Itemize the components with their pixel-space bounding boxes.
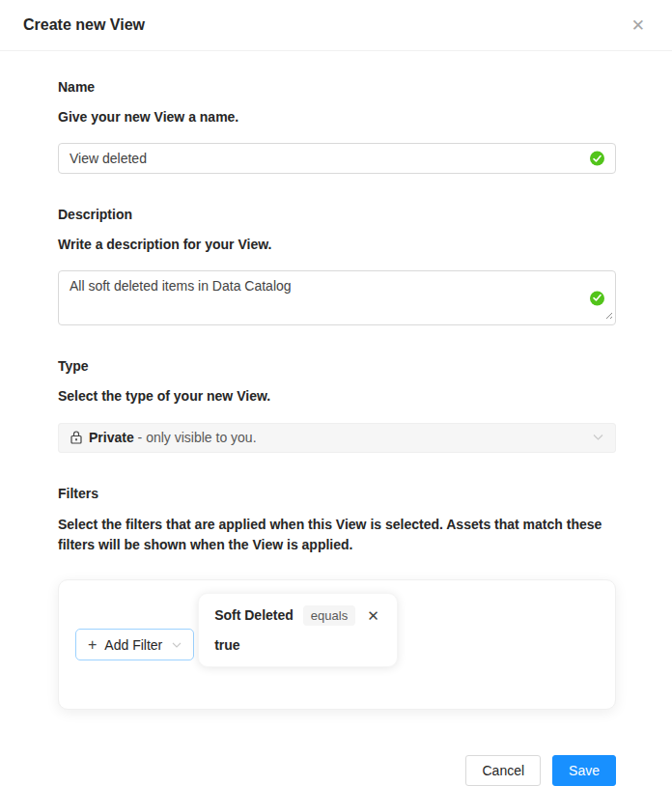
type-helper: Select the type of your new View. [58,387,616,405]
add-filter-button[interactable]: + Add Filter [75,629,194,660]
resize-handle[interactable] [605,307,613,323]
description-helper: Write a description for your View. [58,236,616,253]
type-label: Type [58,358,616,374]
description-section: Description Write a description for your… [58,207,616,325]
filters-helper: Select the filters that are applied when… [58,515,616,556]
filters-label: Filters [58,486,616,501]
description-textarea-value: All soft deleted items in Data Catalog [70,278,292,294]
chevron-down-icon [172,642,182,648]
name-helper: Give your new View a name. [58,108,616,126]
lock-icon [70,431,82,444]
modal-footer: Cancel Save [0,755,672,786]
description-label: Description [58,207,616,222]
create-view-modal: Create new View ✕ Name Give your new Vie… [0,0,672,786]
filters-section: Filters Select the filters that are appl… [58,486,616,710]
filter-operator-badge: equals [303,605,355,626]
save-button[interactable]: Save [552,755,616,786]
name-section: Name Give your new View a name. View del… [58,79,616,174]
view-type-select[interactable]: Private - only visible to you. [58,423,616,453]
close-icon[interactable]: ✕ [628,14,649,38]
modal-header: Create new View ✕ [0,0,672,51]
chevron-down-icon [593,435,603,441]
add-filter-label: Add Filter [104,637,162,653]
modal-title: Create new View [23,16,145,34]
cancel-button[interactable]: Cancel [465,755,541,786]
plus-icon: + [88,637,97,653]
description-textarea[interactable]: All soft deleted items in Data Catalog [58,270,616,325]
check-circle-icon [590,291,604,305]
filter-chip: Soft Deleted equals ✕ true [198,593,398,667]
filter-chip-header: Soft Deleted equals ✕ [214,605,381,626]
remove-filter-icon[interactable]: ✕ [365,606,381,625]
view-type-selected-value: Private - only visible to you. [89,430,257,445]
name-input-value: View deleted [70,151,147,166]
filters-card: + Add Filter Soft Deleted equals ✕ true [58,579,616,710]
modal-body: Name Give your new View a name. View del… [0,51,672,733]
filter-field-name: Soft Deleted [214,607,294,623]
name-label: Name [58,79,616,95]
name-input[interactable]: View deleted [58,143,616,174]
filter-value: true [214,637,381,653]
check-circle-icon [590,152,604,166]
type-section: Type Select the type of your new View. P… [58,358,616,452]
